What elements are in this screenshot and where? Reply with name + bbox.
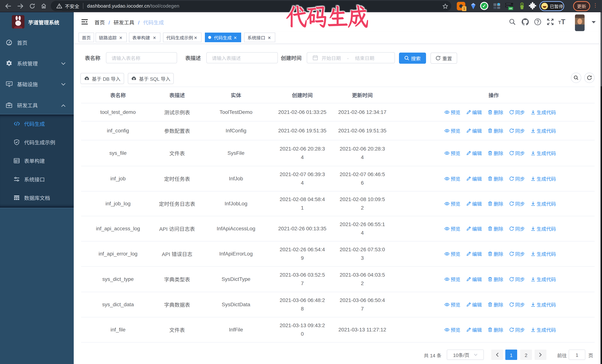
svg-text:on: on [509, 7, 512, 10]
